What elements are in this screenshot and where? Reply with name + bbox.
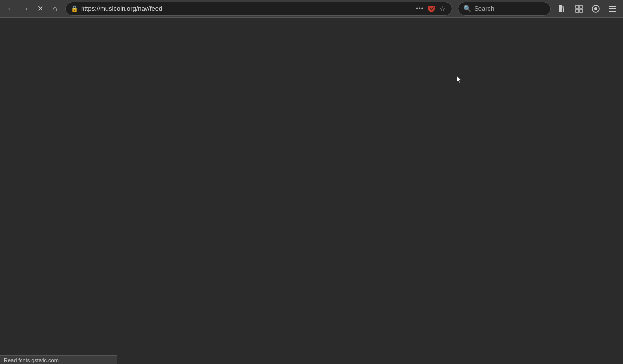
status-text: Read fonts.gstatic.com [4, 357, 59, 363]
svg-rect-7 [580, 9, 582, 12]
svg-rect-3 [562, 6, 564, 12]
extensions-button[interactable] [589, 2, 602, 16]
library-icon [558, 4, 567, 13]
svg-rect-6 [576, 9, 579, 12]
extensions-icon [591, 4, 600, 13]
svg-rect-2 [561, 5, 562, 12]
svg-rect-1 [560, 5, 561, 12]
home-button[interactable]: ⌂ [48, 2, 62, 16]
pocket-icon [428, 5, 436, 13]
svg-rect-4 [576, 5, 579, 8]
page-content: Read fonts.gstatic.com [0, 18, 623, 364]
stop-reload-button[interactable]: ✕ [33, 2, 47, 16]
search-icon: 🔍 [463, 5, 471, 12]
hamburger-menu-icon [608, 4, 617, 13]
more-button[interactable]: ••• [415, 4, 425, 13]
search-bar[interactable]: 🔍 [458, 2, 551, 16]
svg-rect-5 [580, 5, 582, 8]
back-button[interactable]: ← [4, 2, 18, 16]
svg-point-9 [594, 7, 597, 10]
nav-buttons: ← → ✕ ⌂ [4, 2, 62, 16]
bookmark-button[interactable]: ☆ [438, 4, 447, 14]
svg-rect-10 [609, 6, 616, 7]
library-button[interactable] [556, 2, 569, 16]
forward-button[interactable]: → [19, 2, 32, 16]
address-bar[interactable]: 🔒 https://musicoin.org/nav/feed ••• ☆ [65, 2, 452, 16]
browser-toolbar: ← → ✕ ⌂ 🔒 https://musicoin.org/nav/feed … [0, 0, 623, 18]
url-text: https://musicoin.org/nav/feed [81, 5, 412, 12]
svg-rect-11 [609, 8, 616, 9]
status-bar: Read fonts.gstatic.com [0, 355, 117, 364]
toolbar-right [556, 2, 619, 16]
address-actions: ••• ☆ [415, 4, 447, 14]
containers-button[interactable] [572, 2, 586, 16]
svg-rect-12 [609, 11, 616, 12]
mouse-cursor [457, 75, 462, 84]
pocket-button[interactable] [427, 4, 436, 14]
containers-icon [575, 4, 583, 13]
search-input[interactable] [474, 5, 545, 12]
menu-button[interactable] [605, 2, 619, 16]
svg-rect-0 [559, 5, 560, 12]
security-icon: 🔒 [71, 5, 78, 12]
